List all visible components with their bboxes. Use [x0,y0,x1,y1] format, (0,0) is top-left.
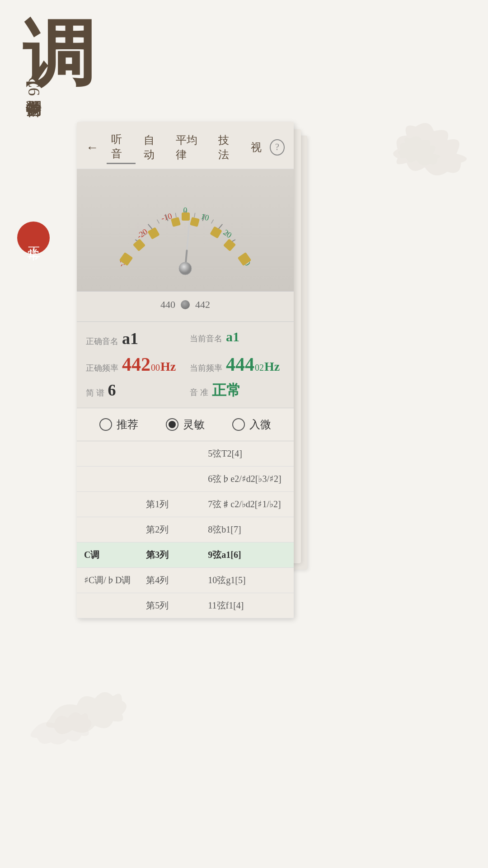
sensitivity-row: 推荐 灵敏 入微 [77,408,294,441]
radio-recommended-circle [99,418,112,431]
table-area: 5弦T2[4] 6弦♭e2/♯d2[♭3/♯2] 第1列 7弦♯c2/♭d2[♯… [77,441,294,618]
freq-low: 440 [160,299,175,311]
correct-note-label: 正确音名 [86,336,118,347]
main-card: ← 听音 自动 平均律 技法 视 ? [77,122,294,618]
freq-high: 442 [195,299,210,311]
radio-fine-label: 入微 [249,417,271,432]
current-freq-unit: Hz [264,359,280,374]
current-freq-item: 当前频率 444 02 Hz [190,354,285,375]
cloud-decoration-top [384,118,474,190]
correct-note-item: 正确音名 a1 [86,329,181,348]
svg-line-14 [194,213,195,217]
svg-line-21 [148,224,153,230]
svg-rect-33 [210,226,222,238]
nav-item-auto[interactable]: 自动 [139,131,168,164]
radio-fine-circle [232,418,245,431]
table-cell [77,498,139,511]
radio-recommended[interactable]: 推荐 [99,417,138,432]
radio-sensitive-circle [166,418,178,431]
table-cell [77,473,139,486]
svg-text:10: 10 [200,212,210,222]
table-row: 第2列 8弦b1[7] [77,517,294,542]
correct-note-value: a1 [122,329,138,348]
table-cell: 6弦♭e2/♯d2[♭3/♯2] [201,467,294,491]
table-cell [139,473,201,486]
current-note-item: 当前音名 a1 [190,329,285,348]
table-cell: 11弦f1[4] [201,593,294,618]
table-cell: ♯C调/♭D调 [77,568,139,593]
nav-bar: ← 听音 自动 平均律 技法 视 ? [77,122,294,169]
current-freq-value: 444 [226,354,254,375]
table-row: 第1列 7弦♯c2/♭d2[♯1/♭2] [77,492,294,517]
table-cell [77,599,139,612]
table-cell: 第5列 [139,593,201,618]
table-cell: 第2列 [139,517,201,542]
table-cell-key: C调 [77,542,139,567]
table-cell-col: 第3列 [139,542,201,567]
nav-item-listen[interactable]: 听音 [107,130,136,164]
radio-sensitive-label: 灵敏 [183,417,205,432]
table-cell [139,448,201,460]
table-cell: 8弦b1[7] [201,517,294,542]
freq-row: 440 442 [86,299,285,311]
radio-recommended-label: 推荐 [117,417,138,432]
correct-freq-label: 正确频率 [86,363,118,373]
nav-item-visual[interactable]: 视 [246,138,266,156]
nav-item-technique[interactable]: 技法 [214,131,243,164]
svg-rect-28 [133,239,145,251]
correct-freq-unit: Hz [160,359,176,374]
table-cell-string: 9弦a1[6] [201,542,294,567]
table-cell: 第1列 [139,492,201,517]
correct-freq-decimal: 00 [151,363,160,373]
freq-dot [181,300,190,309]
info-grid: 正确音名 a1 当前音名 a1 正确频率 442 00 Hz 当前频率 444 [77,321,294,408]
table-row-highlighted: C调 第3列 9弦a1[6] [77,542,294,568]
pitch-item: 音 准 正常 [190,381,285,401]
table-cell [77,524,139,536]
table-row: ♯C调/♭D调 第4列 10弦g1[5] [77,568,294,593]
current-note-label: 当前音名 [190,333,222,344]
table-row: 6弦♭e2/♯d2[♭3/♯2] [77,467,294,492]
correct-freq-item: 正确频率 442 00 Hz [86,354,181,375]
nav-item-temperament[interactable]: 平均律 [171,131,210,164]
card-stack: ← 听音 自动 平均律 技法 视 ? [77,122,303,618]
radio-sensitive[interactable]: 灵敏 [166,417,205,432]
svg-text:-20: -20 [135,227,149,241]
back-button[interactable]: ← [86,140,99,155]
freq-display: 440 442 [77,291,294,321]
vertical-label: 【C调扬琴中音6】 [23,77,45,96]
svg-rect-32 [190,217,200,227]
pitch-value: 正常 [212,381,241,401]
svg-line-12 [175,213,176,217]
meter-svg: -30 -20 -10 0 10 20 30 [90,178,280,278]
current-freq-label: 当前频率 [190,363,222,373]
svg-line-16 [211,220,214,224]
pitch-label: 音 准 [190,387,208,398]
help-button[interactable]: ? [270,139,285,156]
svg-text:20: 20 [221,228,233,240]
cloud-decoration-bottom [14,665,127,755]
table-cell: 7弦♯c2/♭d2[♯1/♭2] [201,492,294,517]
table-cell: 5弦T2[4] [201,441,294,466]
jianpu-label: 简 谱 [86,387,104,398]
svg-rect-31 [182,212,190,221]
jianpu-value: 6 [108,381,116,400]
table-row: 5弦T2[4] [77,441,294,467]
table-row: 第5列 11弦f1[4] [77,593,294,618]
jianpu-item: 简 谱 6 [86,381,181,401]
svg-point-38 [179,262,192,275]
svg-line-10 [157,220,160,224]
table-cell: 10弦g1[5] [201,568,294,593]
correct-freq-value: 442 [122,354,150,375]
status-badge: 正常 [17,222,50,254]
tuner-area: -30 -20 -10 0 10 20 30 [77,169,294,291]
svg-rect-29 [147,227,160,239]
table-cell: 第4列 [139,568,201,593]
table-cell [77,448,139,460]
current-freq-decimal: 02 [255,363,264,373]
current-note-value: a1 [226,329,239,344]
meter-container: -30 -20 -10 0 10 20 30 [90,178,280,278]
radio-fine[interactable]: 入微 [232,417,271,432]
